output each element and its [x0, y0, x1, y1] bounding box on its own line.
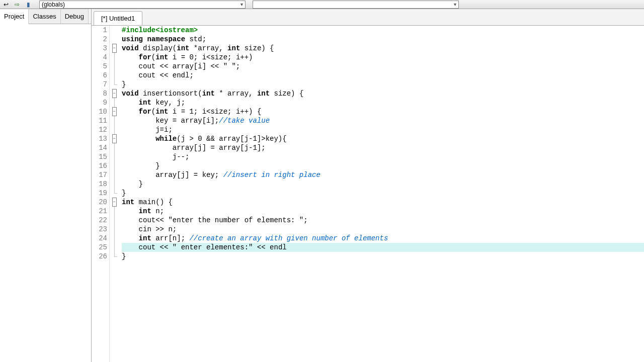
- code-line[interactable]: cout<< "enter the number of elements: ";: [122, 216, 644, 225]
- sidebar: ProjectClassesDebug: [0, 9, 92, 362]
- sidebar-tab-debug[interactable]: Debug: [61, 9, 89, 24]
- code-editor[interactable]: 1234567891011121314151617181920212223242…: [92, 26, 644, 362]
- code-line[interactable]: #include<iostream>: [122, 26, 644, 35]
- fold-cell: [110, 116, 119, 125]
- sidebar-tab-classes[interactable]: Classes: [29, 9, 60, 24]
- code-line[interactable]: void insertionsort(int * array, int size…: [122, 89, 644, 98]
- back-icon[interactable]: ↩: [2, 1, 10, 9]
- code-line[interactable]: array[j] = array[j-1];: [122, 143, 644, 152]
- scope-dropdown-right[interactable]: ▾: [253, 1, 459, 9]
- line-number: 7: [92, 80, 107, 89]
- line-number: 25: [92, 243, 107, 252]
- fold-cell: [110, 170, 119, 179]
- fold-cell: [110, 98, 119, 107]
- editor-tabs: [*] Untitled1: [92, 9, 644, 26]
- line-number: 12: [92, 125, 107, 134]
- line-number: 26: [92, 252, 107, 261]
- line-number: 8: [92, 89, 107, 98]
- code-line[interactable]: int arr[n]; //create an array with given…: [122, 234, 644, 243]
- code-line[interactable]: for(int i = 1; i<size; i++) {: [122, 107, 644, 116]
- code-line[interactable]: }: [122, 80, 644, 89]
- code-line[interactable]: void display(int *array, int size) {: [122, 44, 644, 53]
- line-number: 2: [92, 35, 107, 44]
- fold-cell: [110, 216, 119, 225]
- fold-cell: [110, 161, 119, 170]
- fold-cell: [110, 125, 119, 134]
- code-line[interactable]: array[j] = key; //insert in right place: [122, 170, 644, 179]
- fold-cell: [110, 143, 119, 152]
- fold-cell[interactable]: −: [110, 89, 119, 98]
- fold-toggle-icon[interactable]: −: [112, 198, 117, 207]
- scope-left-text: (globals): [42, 1, 65, 8]
- code-line[interactable]: j=i;: [122, 125, 644, 134]
- fold-toggle-icon[interactable]: −: [112, 134, 117, 143]
- editor-tab-untitled[interactable]: [*] Untitled1: [94, 11, 142, 25]
- line-number: 10: [92, 107, 107, 116]
- line-number: 1: [92, 26, 107, 35]
- sidebar-tab-project[interactable]: Project: [0, 9, 29, 24]
- bookmark-icon[interactable]: ▮: [24, 1, 32, 9]
- line-number: 15: [92, 152, 107, 161]
- fold-cell: [110, 234, 119, 243]
- fold-cell: [110, 179, 119, 189]
- line-number: 24: [92, 234, 107, 243]
- fold-column[interactable]: −−−−−: [110, 26, 119, 362]
- line-number: 11: [92, 116, 107, 125]
- code-lines[interactable]: #include<iostream>using namespace std;vo…: [119, 26, 644, 362]
- line-number-gutter: 1234567891011121314151617181920212223242…: [92, 26, 110, 362]
- code-line[interactable]: }: [122, 161, 644, 170]
- line-number: 9: [92, 98, 107, 107]
- code-line[interactable]: int key, j;: [122, 98, 644, 107]
- fold-toggle-icon[interactable]: −: [112, 44, 117, 53]
- line-number: 4: [92, 53, 107, 62]
- main-area: ProjectClassesDebug [*] Untitled1 123456…: [0, 9, 644, 362]
- line-number: 16: [92, 161, 107, 170]
- fold-toggle-icon[interactable]: −: [112, 107, 117, 116]
- fold-cell: [110, 80, 119, 89]
- line-number: 6: [92, 71, 107, 80]
- code-line[interactable]: cin >> n;: [122, 225, 644, 234]
- line-number: 13: [92, 134, 107, 143]
- line-number: 3: [92, 44, 107, 53]
- line-number: 5: [92, 62, 107, 71]
- fold-cell: [110, 243, 119, 252]
- toolbar: ↩ ⇨ ▮ (globals) ▾ ▾: [0, 0, 644, 9]
- code-line[interactable]: while(j > 0 && array[j-1]>key){: [122, 134, 644, 143]
- fold-cell: [110, 26, 119, 35]
- code-line[interactable]: cout << " enter elementes:" << endl: [122, 243, 644, 252]
- goto-icon[interactable]: ⇨: [13, 1, 21, 9]
- scope-dropdown-left[interactable]: (globals) ▾: [39, 1, 246, 9]
- fold-cell: [110, 62, 119, 71]
- editor-area: [*] Untitled1 12345678910111213141516171…: [92, 9, 644, 362]
- code-line[interactable]: }: [122, 179, 644, 189]
- code-line[interactable]: j--;: [122, 152, 644, 161]
- fold-toggle-icon[interactable]: −: [112, 89, 117, 98]
- fold-cell[interactable]: −: [110, 44, 119, 53]
- code-line[interactable]: int n;: [122, 207, 644, 216]
- fold-cell: [110, 189, 119, 198]
- sidebar-tabs: ProjectClassesDebug: [0, 9, 91, 24]
- fold-cell: [110, 207, 119, 216]
- line-number: 23: [92, 225, 107, 234]
- code-line[interactable]: using namespace std;: [122, 35, 644, 44]
- code-line[interactable]: }: [122, 189, 644, 198]
- fold-cell: [110, 53, 119, 62]
- line-number: 18: [92, 179, 107, 189]
- fold-cell[interactable]: −: [110, 134, 119, 143]
- code-line[interactable]: cout << array[i] << " ";: [122, 62, 644, 71]
- code-line[interactable]: cout << endl;: [122, 71, 644, 80]
- code-line[interactable]: for(int i = 0; i<size; i++): [122, 53, 644, 62]
- line-number: 20: [92, 198, 107, 207]
- fold-cell[interactable]: −: [110, 198, 119, 207]
- chevron-down-icon: ▾: [454, 2, 456, 7]
- line-number: 14: [92, 143, 107, 152]
- code-line[interactable]: }: [122, 252, 644, 261]
- line-number: 22: [92, 216, 107, 225]
- fold-cell: [110, 35, 119, 44]
- line-number: 21: [92, 207, 107, 216]
- editor-tab-label: [*] Untitled1: [101, 15, 135, 22]
- fold-cell: [110, 225, 119, 234]
- code-line[interactable]: int main() {: [122, 198, 644, 207]
- fold-cell[interactable]: −: [110, 107, 119, 116]
- code-line[interactable]: key = array[i];//take value: [122, 116, 644, 125]
